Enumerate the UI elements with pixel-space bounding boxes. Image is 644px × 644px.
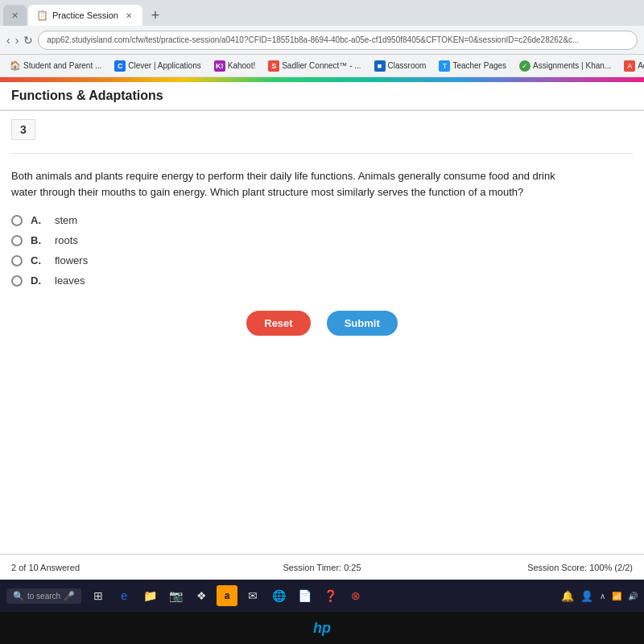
- option-a[interactable]: A. stem: [11, 214, 633, 226]
- taskbar-mail-icon[interactable]: ✉: [242, 585, 263, 606]
- bookmark-student-icon: 🏠: [10, 60, 21, 72]
- taskbar-expand[interactable]: ∧: [600, 592, 605, 601]
- question-section: 3 Both animals and plants require energy…: [0, 111, 644, 554]
- bookmark-active-icon: A: [624, 60, 635, 72]
- bookmark-teacher[interactable]: T Teacher Pages: [434, 59, 511, 73]
- option-b-text: roots: [55, 234, 78, 246]
- mic-icon: 🎤: [64, 591, 75, 601]
- bookmark-classroom-icon: ■: [374, 60, 386, 72]
- bookmark-teacher-label: Teacher Pages: [452, 61, 506, 70]
- taskbar-help-icon[interactable]: ❓: [320, 585, 341, 606]
- page-header: Functions & Adaptations: [0, 82, 644, 111]
- option-a-text: stem: [55, 214, 77, 226]
- page-title: Functions & Adaptations: [11, 89, 633, 103]
- bookmark-teacher-icon: T: [439, 60, 450, 72]
- buttons-row: Reset Submit: [11, 311, 633, 336]
- bookmark-khan-label: Assignments | Khan...: [533, 61, 611, 70]
- taskbar-doc-icon[interactable]: 📄: [294, 585, 315, 606]
- tab-bar: ✕ 📋 Practice Session ✕ +: [0, 0, 644, 26]
- status-score-label: Session Score:: [527, 563, 587, 572]
- address-input[interactable]: app62.studyisland.com/cfw/test/practice-…: [38, 31, 638, 50]
- option-a-letter: A.: [31, 214, 47, 226]
- taskbar-chrome-icon[interactable]: 🌐: [268, 585, 289, 606]
- nav-back[interactable]: ‹: [6, 34, 10, 47]
- option-c-text: flowers: [55, 254, 88, 266]
- bookmark-kahoot[interactable]: K! Kahoot!: [209, 59, 260, 73]
- option-d-text: leaves: [55, 275, 85, 287]
- browser-frame: ✕ 📋 Practice Session ✕ + ‹ › ↻ app62.stu…: [0, 0, 644, 644]
- taskbar-right: 🔔 👤 ∧ 📶 🔊: [561, 590, 638, 602]
- question-text: Both animals and plants require energy t…: [11, 168, 575, 200]
- status-answered: 2 of 10 Answered: [11, 563, 218, 572]
- reset-button[interactable]: Reset: [246, 311, 310, 336]
- nav-forward[interactable]: ›: [15, 34, 19, 47]
- status-score: Session Score: 100% (2/2): [426, 563, 633, 572]
- tab-add-button[interactable]: +: [144, 5, 167, 26]
- bookmark-classroom[interactable]: ■ Classroom: [369, 59, 431, 73]
- bookmarks-bar: 🏠 Student and Parent ... C Clever | Appl…: [0, 55, 644, 77]
- status-timer: Session Timer: 0:25: [218, 563, 425, 572]
- taskbar: 🔍 to search 🎤 ⊞ e 📁 📷 ❖ a ✉ 🌐 📄 ❓ ⊗ 🔔 👤 …: [0, 580, 644, 612]
- radio-c[interactable]: [11, 255, 23, 266]
- option-c[interactable]: C. flowers: [11, 254, 633, 266]
- bookmark-student-label: Student and Parent ...: [23, 61, 101, 70]
- taskbar-start-icon[interactable]: ⊞: [88, 585, 109, 606]
- option-d[interactable]: D. leaves: [11, 275, 633, 287]
- bookmark-kahoot-icon: K!: [214, 60, 225, 72]
- status-timer-label: Session Timer:: [283, 563, 341, 572]
- bookmark-active-label: Active: [638, 61, 644, 70]
- divider: [11, 153, 633, 154]
- bookmark-sadlier-icon: S: [268, 60, 279, 72]
- option-b[interactable]: B. roots: [11, 234, 633, 246]
- nav-refresh[interactable]: ↻: [23, 34, 33, 47]
- bookmark-khan[interactable]: ✓ Assignments | Khan...: [514, 59, 616, 73]
- tab-x[interactable]: ✕: [3, 5, 27, 26]
- tab-practice[interactable]: 📋 Practice Session ✕: [28, 5, 142, 26]
- hp-logo: hp: [313, 620, 331, 637]
- taskbar-icons: ⊞ e 📁 📷 ❖ a ✉ 🌐 📄 ❓ ⊗: [88, 585, 366, 606]
- page-content: Functions & Adaptations 3 Both animals a…: [0, 82, 644, 580]
- question-number: 3: [11, 119, 35, 140]
- tab-practice-label: Practice Session: [52, 10, 118, 20]
- hp-bar: hp: [0, 612, 644, 644]
- bookmark-kahoot-label: Kahoot!: [228, 61, 255, 70]
- bookmark-clever-label: Clever | Applications: [128, 61, 200, 70]
- radio-a-inner: [14, 218, 19, 223]
- tab-practice-favicon: 📋: [36, 10, 47, 21]
- radio-c-inner: [14, 258, 19, 263]
- taskbar-amazon-icon[interactable]: a: [217, 585, 237, 606]
- taskbar-avast-icon[interactable]: ⊗: [345, 585, 366, 606]
- taskbar-search-placeholder: to search: [27, 592, 60, 601]
- submit-button[interactable]: Submit: [327, 311, 398, 336]
- radio-a[interactable]: [11, 215, 23, 226]
- address-text: app62.studyisland.com/cfw/test/practice-…: [47, 35, 579, 44]
- radio-d-inner: [14, 279, 19, 283]
- taskbar-volume[interactable]: 🔊: [628, 592, 638, 601]
- radio-b-inner: [14, 238, 19, 243]
- search-icon: 🔍: [13, 591, 24, 601]
- bookmark-khan-icon: ✓: [519, 60, 530, 72]
- bookmark-student[interactable]: 🏠 Student and Parent ...: [5, 59, 106, 73]
- bookmark-clever-icon: C: [114, 60, 126, 72]
- status-score-value: 100% (2/2): [589, 563, 633, 572]
- bookmark-clever[interactable]: C Clever | Applications: [109, 59, 205, 73]
- bookmark-sadlier[interactable]: S Sadlier Connect™ - ...: [263, 59, 365, 73]
- bookmark-classroom-label: Classroom: [388, 61, 427, 70]
- taskbar-dropbox-icon[interactable]: ❖: [191, 585, 212, 606]
- status-bar: 2 of 10 Answered Session Timer: 0:25 Ses…: [0, 554, 644, 580]
- tab-x-label: ✕: [11, 10, 19, 21]
- taskbar-camera-icon[interactable]: 📷: [165, 585, 186, 606]
- taskbar-files-icon[interactable]: 📁: [139, 585, 160, 606]
- tab-practice-close[interactable]: ✕: [123, 10, 134, 21]
- taskbar-person[interactable]: 👤: [580, 590, 593, 602]
- taskbar-network[interactable]: 📶: [612, 592, 621, 601]
- address-bar: ‹ › ↻ app62.studyisland.com/cfw/test/pra…: [0, 26, 644, 55]
- option-c-letter: C.: [31, 254, 47, 266]
- taskbar-notification[interactable]: 🔔: [561, 590, 574, 602]
- bookmark-sadlier-label: Sadlier Connect™ - ...: [282, 61, 361, 70]
- radio-d[interactable]: [11, 275, 23, 287]
- bookmark-active[interactable]: A Active: [619, 59, 644, 73]
- taskbar-search-area[interactable]: 🔍 to search 🎤: [6, 588, 81, 604]
- radio-b[interactable]: [11, 235, 23, 246]
- taskbar-edge-icon[interactable]: e: [114, 585, 134, 606]
